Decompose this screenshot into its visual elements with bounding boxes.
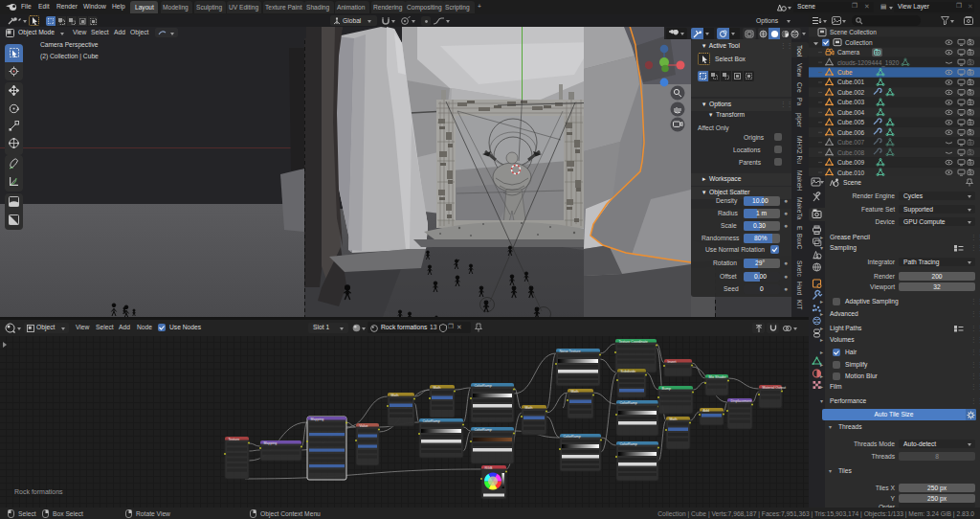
svg-text:Cube.005: Cube.005 [837, 119, 865, 125]
svg-text:Value: Value [360, 424, 368, 428]
svg-text:Noise Texture: Noise Texture [560, 350, 581, 353]
svg-text:ColorRamp: ColorRamp [620, 401, 637, 405]
svg-text:Math: Math [391, 394, 399, 397]
svg-text:Mapping: Mapping [311, 417, 324, 421]
svg-text:Texture Coordinate: Texture Coordinate [619, 340, 648, 344]
svg-text:Cube.004: Cube.004 [837, 109, 865, 116]
svg-text:Cube.008: Cube.008 [837, 149, 865, 156]
svg-text:Texture: Texture [229, 438, 240, 441]
svg-text:ColorRamp: ColorRamp [564, 435, 581, 439]
svg-text:Mix Shader: Mix Shader [709, 375, 727, 379]
svg-text:Cube.006: Cube.006 [837, 129, 865, 136]
svg-text:Mapping: Mapping [264, 441, 278, 445]
svg-text:Subdivide: Subdivide [621, 370, 636, 373]
svg-text:Invert: Invert [668, 360, 677, 364]
svg-text:ColorRamp: ColorRamp [475, 428, 492, 432]
svg-text:ColorRamp: ColorRamp [620, 442, 637, 446]
svg-text:Math: Math [525, 406, 533, 410]
svg-text:Cube.010: Cube.010 [837, 169, 865, 176]
svg-text:Material Output: Material Output [763, 386, 787, 390]
svg-text:Camera: Camera [837, 49, 860, 56]
svg-text:ColorRamp: ColorRamp [423, 419, 440, 423]
svg-text:Math: Math [571, 390, 579, 394]
svg-text:Scene Collection: Scene Collection [830, 29, 877, 35]
svg-text:Cube.001: Cube.001 [837, 79, 865, 85]
svg-text:Cube.007: Cube.007 [837, 139, 865, 146]
svg-text:Math: Math [670, 417, 678, 421]
svg-text:Displacement: Displacement [731, 399, 752, 403]
svg-text:Cube: Cube [837, 69, 853, 76]
svg-text:RGB: RGB [485, 466, 493, 470]
svg-text:clouds-1209444_1920: clouds-1209444_1920 [837, 59, 900, 67]
svg-text:Bump: Bump [662, 387, 671, 391]
svg-text:Cube.003: Cube.003 [837, 99, 865, 105]
svg-text:ColorRamp: ColorRamp [475, 384, 492, 388]
svg-text:Math: Math [434, 386, 441, 390]
svg-text:Add: Add [703, 409, 709, 413]
svg-text:Collection: Collection [845, 39, 873, 46]
svg-text:Cube.009: Cube.009 [837, 159, 865, 166]
svg-text:Cube.002: Cube.002 [837, 89, 865, 96]
svg-text:Rock formations: Rock formations [14, 488, 63, 495]
